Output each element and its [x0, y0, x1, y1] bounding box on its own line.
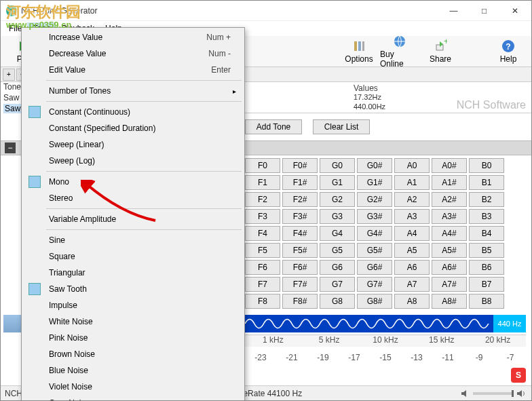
note-button-a7s[interactable]: A7#	[432, 277, 467, 292]
options-button[interactable]: Options	[339, 37, 379, 66]
ime-indicator[interactable]: S	[511, 368, 526, 383]
minimize-button[interactable]: ―	[438, 1, 469, 20]
note-button-b1[interactable]: B1	[469, 175, 504, 190]
note-button-f2s[interactable]: F2#	[282, 192, 318, 207]
note-button-b7[interactable]: B7	[469, 277, 504, 292]
note-button-f3s[interactable]: F3#	[282, 209, 318, 224]
menu-item-saw-tooth[interactable]: Saw Tooth	[23, 281, 243, 297]
note-button-g3s[interactable]: G3#	[357, 209, 392, 224]
note-button-a4[interactable]: A4	[394, 226, 430, 241]
note-button-g7s[interactable]: G7#	[357, 277, 392, 292]
add-tone-button[interactable]: Add Tone	[245, 119, 302, 134]
note-button-g2s[interactable]: G2#	[357, 192, 392, 207]
note-button-b6[interactable]: B6	[469, 260, 504, 275]
menu-item-grey-noise[interactable]: Grey Noise	[23, 395, 243, 401]
menu-item-violet-noise[interactable]: Violet Noise	[23, 379, 243, 395]
note-button-a2[interactable]: A2	[394, 192, 430, 207]
note-button-f0[interactable]: F0	[245, 158, 280, 173]
menu-item-sine[interactable]: Sine	[23, 232, 243, 248]
note-button-f4[interactable]: F4	[245, 226, 280, 241]
note-button-f8[interactable]: F8	[245, 294, 280, 309]
note-button-f1[interactable]: F1	[245, 175, 280, 190]
menu-item-white-noise[interactable]: White Noise	[23, 313, 243, 330]
note-button-a6[interactable]: A6	[394, 260, 430, 275]
note-button-g0[interactable]: G0	[320, 158, 355, 173]
note-button-g7[interactable]: G7	[320, 277, 355, 292]
note-button-f7[interactable]: F7	[245, 277, 280, 292]
note-button-b8[interactable]: B8	[469, 294, 504, 309]
note-button-a0[interactable]: A0	[394, 158, 430, 173]
note-button-g1[interactable]: G1	[320, 175, 355, 190]
note-button-g4[interactable]: G4	[320, 226, 355, 241]
note-button-g8[interactable]: G8	[320, 294, 355, 309]
note-button-b3[interactable]: B3	[469, 209, 504, 224]
note-button-a6s[interactable]: A6#	[432, 260, 467, 275]
note-button-b5[interactable]: B5	[469, 243, 504, 258]
menu-item-sweep-linear-[interactable]: Sweep (Linear)	[23, 136, 243, 153]
close-button[interactable]: ✕	[499, 1, 530, 20]
buy-online-button[interactable]: Buy Online	[379, 33, 420, 71]
menu-shortcut: Num +	[206, 33, 231, 42]
note-button-a1[interactable]: A1	[394, 175, 430, 190]
menu-item-triangular[interactable]: Triangular	[23, 265, 243, 281]
menu-item-constant-specified-duration-[interactable]: Constant (Specified Duration)	[23, 120, 243, 136]
note-button-a7[interactable]: A7	[394, 277, 430, 292]
note-button-g5s[interactable]: G5#	[357, 243, 392, 258]
menu-item-impulse[interactable]: Impulse	[23, 297, 243, 313]
maximize-button[interactable]: □	[469, 1, 499, 20]
note-button-a3[interactable]: A3	[394, 209, 430, 224]
menu-item-number-of-tones[interactable]: Number of Tones▸	[23, 83, 243, 99]
expand-icon[interactable]: +	[3, 69, 15, 81]
note-button-a1s[interactable]: A1#	[432, 175, 467, 190]
menu-item-decrease-value[interactable]: Decrease ValueNum -	[23, 45, 243, 62]
menu-item-mono[interactable]: Mono	[23, 174, 243, 190]
menu-item-edit-value[interactable]: Edit ValueEnter	[23, 62, 243, 78]
note-button-a2s[interactable]: A2#	[432, 192, 467, 207]
note-button-g3[interactable]: G3	[320, 209, 355, 224]
note-button-f5[interactable]: F5	[245, 243, 280, 258]
note-button-g2[interactable]: G2	[320, 192, 355, 207]
note-button-g1s[interactable]: G1#	[357, 175, 392, 190]
volume-control[interactable]	[461, 389, 526, 398]
note-button-b0[interactable]: B0	[469, 158, 504, 173]
note-button-b2[interactable]: B2	[469, 192, 504, 207]
note-button-f0s[interactable]: F0#	[282, 158, 318, 173]
menu-item-blue-noise[interactable]: Blue Noise	[23, 362, 243, 379]
share-button[interactable]: + Share	[420, 37, 461, 66]
note-button-g5[interactable]: G5	[320, 243, 355, 258]
note-button-a3s[interactable]: A3#	[432, 209, 467, 224]
note-button-a5[interactable]: A5	[394, 243, 430, 258]
note-button-a8s[interactable]: A8#	[432, 294, 467, 309]
note-button-f2[interactable]: F2	[245, 192, 280, 207]
menu-item-increase-value[interactable]: Increase ValueNum +	[23, 29, 243, 45]
menu-item-variable-amplitude[interactable]: Variable Amplitude	[23, 211, 243, 227]
note-button-a8[interactable]: A8	[394, 294, 430, 309]
menu-item-sweep-log-[interactable]: Sweep (Log)	[23, 153, 243, 169]
note-button-g0s[interactable]: G0#	[357, 158, 392, 173]
menu-item-square[interactable]: Square	[23, 248, 243, 265]
note-button-g8s[interactable]: G8#	[357, 294, 392, 309]
note-button-g4s[interactable]: G4#	[357, 226, 392, 241]
menu-item-constant-continuous-[interactable]: Constant (Continuous)	[23, 104, 243, 120]
clear-list-button[interactable]: Clear List	[313, 119, 370, 134]
note-button-a5s[interactable]: A5#	[432, 243, 467, 258]
note-button-f3[interactable]: F3	[245, 209, 280, 224]
note-button-f6s[interactable]: F6#	[282, 260, 318, 275]
help-button[interactable]: ? Help	[488, 37, 529, 66]
note-button-f7s[interactable]: F7#	[282, 277, 318, 292]
note-button-f1s[interactable]: F1#	[282, 175, 318, 190]
note-button-f4s[interactable]: F4#	[282, 226, 318, 241]
note-button-a0s[interactable]: A0#	[432, 158, 467, 173]
note-button-a4s[interactable]: A4#	[432, 226, 467, 241]
note-button-g6s[interactable]: G6#	[357, 260, 392, 275]
note-button-g6[interactable]: G6	[320, 260, 355, 275]
note-button-b4[interactable]: B4	[469, 226, 504, 241]
menu-item-pink-noise[interactable]: Pink Noise	[23, 330, 243, 346]
menu-item-stereo[interactable]: Stereo	[23, 190, 243, 206]
menu-item-brown-noise[interactable]: Brown Noise	[23, 346, 243, 362]
note-button-f5s[interactable]: F5#	[282, 243, 318, 258]
note-button-f6[interactable]: F6	[245, 260, 280, 275]
collapse-toggle[interactable]: −	[5, 142, 16, 153]
waveform-display[interactable]: 440 Hz	[245, 315, 526, 332]
note-button-f8s[interactable]: F8#	[282, 294, 318, 309]
